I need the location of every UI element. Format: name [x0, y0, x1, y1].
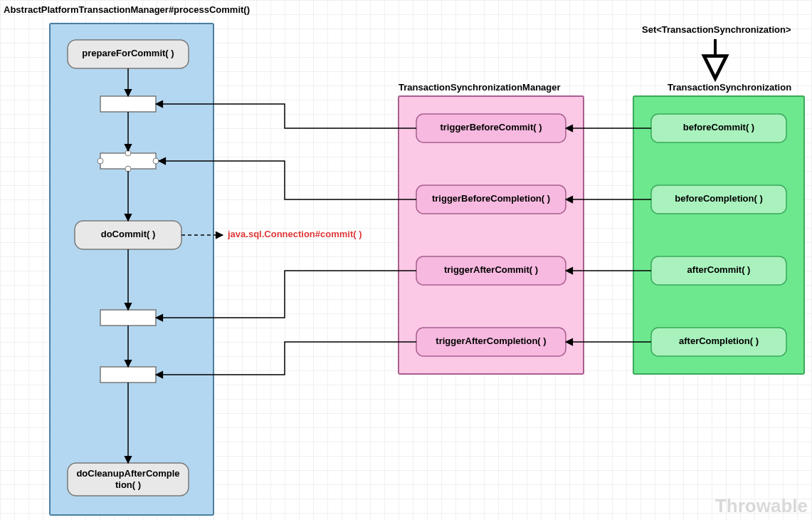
title-sync: TransactionSynchronization: [668, 82, 791, 93]
annotation-commit: java.sql.Connection#commit( ): [227, 229, 362, 239]
title-main: AbstractPlatformTransactionManager#proce…: [4, 4, 250, 15]
node-step-4: [100, 367, 156, 383]
svg-text:triggerAfterCompletion( ): triggerAfterCompletion( ): [436, 336, 546, 346]
svg-text:prepareForCommit( ): prepareForCommit( ): [82, 48, 174, 58]
watermark: Throwable: [715, 495, 808, 516]
node-before-completion: beforeCompletion( ): [651, 185, 786, 214]
node-trigger-before-commit: triggerBeforeCommit( ): [416, 114, 566, 142]
node-step-3: [100, 310, 156, 326]
node-prepare: prepareForCommit( ): [68, 40, 189, 68]
svg-text:beforeCompletion( ): beforeCompletion( ): [675, 193, 763, 204]
svg-text:doCommit( ): doCommit( ): [101, 229, 156, 239]
svg-text:afterCommit( ): afterCommit( ): [687, 264, 751, 275]
node-cleanup: doCleanupAfterComple tion( ): [68, 463, 189, 496]
port-n: [125, 150, 131, 156]
node-trigger-after-commit: triggerAfterCommit( ): [416, 256, 566, 285]
node-step-1: [100, 96, 156, 112]
node-after-commit: afterCommit( ): [651, 256, 786, 285]
svg-text:tion( ): tion( ): [115, 479, 141, 490]
svg-text:beforeCommit( ): beforeCommit( ): [683, 122, 754, 132]
node-trigger-before-completion: triggerBeforeCompletion( ): [416, 185, 566, 214]
svg-text:afterCompletion( ): afterCompletion( ): [679, 336, 759, 346]
diagram-canvas: AbstractPlatformTransactionManager#proce…: [0, 0, 812, 520]
node-do-commit: doCommit( ): [75, 221, 181, 249]
node-trigger-after-completion: triggerAfterCompletion( ): [416, 328, 566, 356]
node-before-commit: beforeCommit( ): [651, 114, 786, 142]
svg-text:triggerBeforeCompletion( ): triggerBeforeCompletion( ): [432, 193, 550, 204]
title-mgr: TransactionSynchronizationManager: [399, 82, 561, 93]
svg-text:triggerBeforeCommit( ): triggerBeforeCommit( ): [440, 122, 542, 132]
title-set: Set<TransactionSynchronization>: [642, 24, 791, 35]
port-w: [97, 158, 103, 164]
svg-text:doCleanupAfterComple: doCleanupAfterComple: [76, 468, 179, 479]
node-after-completion: afterCompletion( ): [651, 328, 786, 356]
svg-text:triggerAfterCommit( ): triggerAfterCommit( ): [444, 264, 538, 275]
port-e: [153, 158, 159, 164]
port-s: [125, 166, 131, 172]
